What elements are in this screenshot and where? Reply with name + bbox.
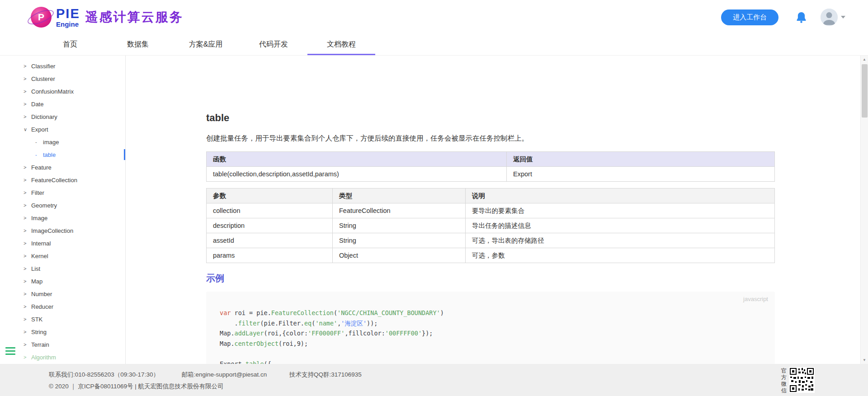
chevron-right-icon: > [24, 215, 28, 221]
nav-tab[interactable]: 数据集 [104, 34, 172, 55]
example-heading: 示例 [206, 272, 775, 284]
scroll-up-arrow-icon[interactable]: ▲ [861, 56, 868, 63]
chevron-right-icon: > [24, 101, 28, 107]
sidebar-item-label: image [43, 139, 59, 146]
sidebar-item-image[interactable]: >Image [0, 212, 125, 224]
footer-copyright: © 2020 ｜ 京ICP备08011069号 | 航天宏图信息技术股份有限公司 [49, 382, 868, 391]
sidebar-item-label: Algorithm [31, 354, 56, 361]
code-lines: var roi = pie.FeatureCollection('NGCC/CH… [220, 308, 766, 364]
sidebar-item-label: FeatureCollection [31, 177, 77, 184]
table-cell: table(collection,description,assetId,par… [207, 167, 507, 182]
sidebar-item-label: ImageCollection [31, 227, 73, 234]
nav-tab[interactable]: 文档教程 [307, 34, 375, 55]
sidebar-item-feature[interactable]: >Feature [0, 161, 125, 174]
column-header: 说明 [466, 189, 775, 203]
scrollbar-thumb[interactable] [862, 64, 868, 118]
brand[interactable]: P PIE Engine 遥感计算云服务 [31, 7, 184, 28]
table-row: paramsObject可选，参数 [207, 248, 775, 263]
chevron-right-icon: > [24, 253, 28, 259]
code-line: .filter(pie.Filter.eq('name','海淀区')); [220, 318, 766, 329]
wechat-block: 官方微信 [781, 367, 815, 394]
sidebar-item-label: Clusterer [31, 75, 55, 82]
sidebar-item-number[interactable]: >Number [0, 288, 125, 300]
table-header-row: 参数类型说明 [207, 189, 775, 203]
sidebar-item-classifier[interactable]: >Classifier [0, 60, 125, 72]
sidebar-item-clusterer[interactable]: >Clusterer [0, 72, 125, 85]
sidebar-item-internal[interactable]: >Internal [0, 237, 125, 250]
sidebar-item-label: ConfusionMatrix [31, 88, 74, 95]
table-cell: String [333, 218, 466, 233]
footer: 联系我们:010-82556203（09:30-17:30） 邮箱:engine… [0, 364, 868, 396]
sidebar-item-kernel[interactable]: >Kernel [0, 250, 125, 262]
sidebar-item-label: Kernel [31, 253, 48, 259]
code-language-label: javascript [743, 296, 768, 302]
chevron-down-icon[interactable] [841, 16, 845, 19]
qr-code [789, 367, 815, 393]
table-cell: Object [333, 248, 466, 263]
sidebar-item-label: String [31, 329, 47, 335]
site-title: 遥感计算云服务 [85, 9, 184, 26]
user-avatar[interactable] [821, 9, 838, 26]
sidebar-item-string[interactable]: >String [0, 325, 125, 338]
sidebar-item-image[interactable]: -image [0, 136, 125, 148]
chevron-right-icon: > [24, 266, 28, 271]
column-header: 类型 [333, 189, 466, 203]
table-cell: 可选，参数 [466, 248, 775, 263]
table-cell: description [207, 218, 333, 233]
column-header: 参数 [207, 189, 333, 203]
sidebar-item-filter[interactable]: >Filter [0, 186, 125, 199]
table-cell: FeatureCollection [333, 203, 466, 218]
app-header: P PIE Engine 遥感计算云服务 进入工作台 [0, 0, 868, 34]
sidebar-item-label: Dictionary [31, 113, 57, 120]
notification-bell-icon[interactable] [795, 11, 808, 24]
sidebar-item-label: Map [31, 278, 42, 285]
sidebar-item-stk[interactable]: >STK [0, 313, 125, 325]
sidebar-item-dictionary[interactable]: >Dictionary [0, 110, 125, 123]
sidebar-item-export[interactable]: ∨Export [0, 123, 125, 136]
vertical-scrollbar[interactable]: ▲ ▼ [860, 56, 868, 364]
sidebar-item-label: Feature [31, 164, 52, 171]
sidebar-item-imagecollection[interactable]: >ImageCollection [0, 224, 125, 237]
chevron-right-icon: > [24, 89, 28, 94]
sidebar-item-map[interactable]: >Map [0, 275, 125, 288]
sidebar-item-terrain[interactable]: >Terrain [0, 338, 125, 351]
sidebar-item-label: Number [31, 291, 52, 297]
chevron-right-icon: > [24, 76, 28, 81]
chevron-right-icon: > [24, 63, 28, 69]
chevron-right-icon: > [24, 165, 28, 170]
sidebar-item-label: STK [31, 316, 42, 323]
table-cell: 要导出的要素集合 [466, 203, 775, 218]
chevron-down-icon: ∨ [24, 127, 28, 132]
scroll-down-arrow-icon[interactable]: ▼ [861, 356, 868, 364]
chevron-right-icon: > [24, 316, 28, 322]
enter-workspace-button[interactable]: 进入工作台 [721, 9, 778, 25]
sidebar-item-featurecollection[interactable]: >FeatureCollection [0, 174, 125, 186]
chevron-right-icon: > [24, 203, 28, 208]
logo-text-engine: Engine [56, 21, 80, 28]
sidebar-item-label: Classifier [31, 63, 55, 70]
table-cell: 导出任务的描述信息 [466, 218, 775, 233]
api-description: 创建批量任务，用于导出要素集合到个人仓库下，方便后续的直接使用，任务会被显示在任… [206, 134, 775, 143]
nav-tab[interactable]: 代码开发 [240, 34, 307, 55]
sidebar-item-list[interactable]: >List [0, 262, 125, 275]
sidebar-item-algorithm[interactable]: >Algorithm [0, 351, 125, 363]
sidebar-item-label: Image [31, 215, 47, 222]
sidebar-item-table[interactable]: -table [0, 148, 125, 161]
sidebar-item-confusionmatrix[interactable]: >ConfusionMatrix [0, 85, 125, 98]
logo-letter: P [38, 12, 44, 23]
code-block: javascript var roi = pie.FeatureCollecti… [206, 292, 775, 364]
sidebar-item-geometry[interactable]: >Geometry [0, 199, 125, 212]
sidebar-item-reducer[interactable]: >Reducer [0, 300, 125, 313]
sidebar-item-date[interactable]: >Date [0, 98, 125, 110]
body: >Classifier>Clusterer>ConfusionMatrix>Da… [0, 56, 868, 364]
hamburger-icon[interactable] [5, 347, 15, 357]
table-cell: 可选，导出表的存储路径 [466, 233, 775, 248]
wechat-label: 官方微信 [781, 368, 787, 394]
table-cell: assetId [207, 233, 333, 248]
nav-tab[interactable]: 首页 [36, 34, 104, 55]
dash-icon: - [35, 139, 40, 145]
footer-contact-line: 联系我们:010-82556203（09:30-17:30） 邮箱:engine… [49, 371, 868, 379]
table-cell: collection [207, 203, 333, 218]
code-line: Map.addLayer(roi,{color:'FF0000FF',fillc… [220, 328, 766, 339]
nav-tab[interactable]: 方案&应用 [172, 34, 240, 55]
